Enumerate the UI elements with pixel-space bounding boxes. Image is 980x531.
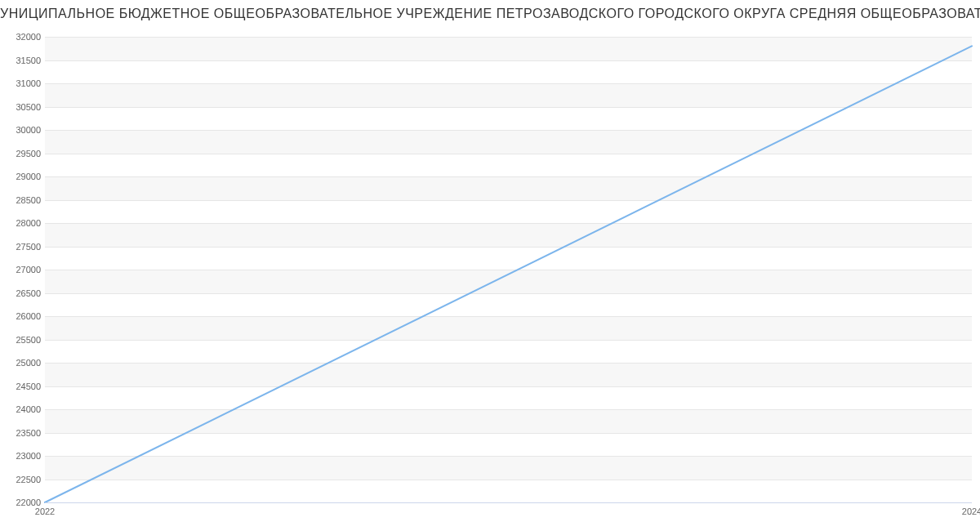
y-tick-label: 23500 (4, 428, 41, 438)
y-tick-label: 31000 (4, 78, 41, 88)
y-tick-label: 27500 (4, 242, 41, 252)
y-tick-label: 30000 (4, 125, 41, 135)
x-tick-label: 2022 (35, 506, 55, 516)
y-tick-label: 26500 (4, 288, 41, 298)
y-tick-label: 25000 (4, 358, 41, 368)
y-tick-label: 29500 (4, 149, 41, 158)
chart-title: УНИЦИПАЛЬНОЕ БЮДЖЕТНОЕ ОБЩЕОБРАЗОВАТЕЛЬН… (0, 7, 980, 21)
y-tick-label: 30500 (4, 102, 41, 112)
line-chart: УНИЦИПАЛЬНОЕ БЮДЖЕТНОЕ ОБЩЕОБРАЗОВАТЕЛЬН… (0, 0, 980, 531)
y-tick-label: 28000 (4, 218, 41, 228)
y-tick-label: 24000 (4, 404, 41, 414)
y-tick-label: 28500 (4, 195, 41, 205)
y-tick-label: 22500 (4, 475, 41, 484)
y-tick-label: 31500 (4, 56, 41, 65)
y-tick-label: 23000 (4, 451, 41, 461)
y-tick-label: 29000 (4, 172, 41, 181)
y-tick-label: 24500 (4, 382, 41, 391)
x-axis-line (45, 502, 972, 503)
y-tick-label: 25500 (4, 335, 41, 345)
line-series (45, 37, 972, 502)
x-tick-label: 2024 (962, 506, 980, 516)
y-tick-label: 26000 (4, 311, 41, 321)
plot-area (45, 37, 972, 502)
y-tick-label: 32000 (4, 32, 41, 42)
y-tick-label: 27000 (4, 265, 41, 274)
